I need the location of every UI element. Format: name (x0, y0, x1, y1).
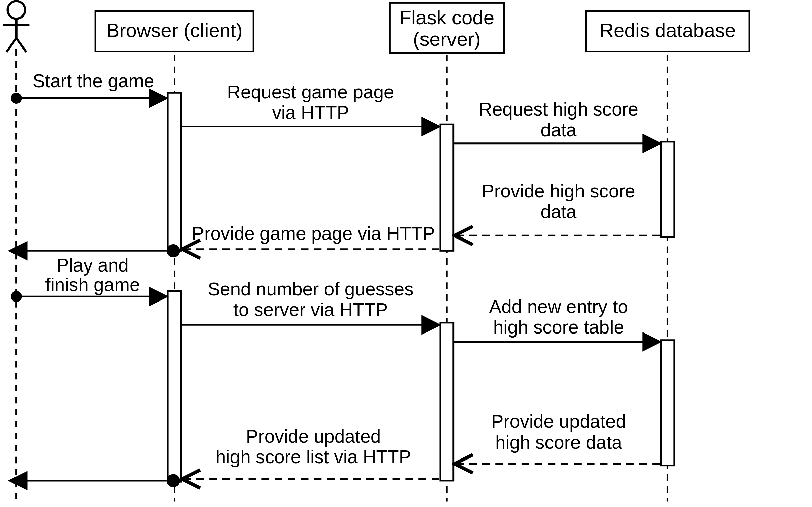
svg-line-2 (6, 38, 16, 52)
message-provide-updated-list-label-1: Provide updated (246, 426, 381, 447)
message-send-guesses-label-2: to server via HTTP (233, 299, 388, 320)
activation-redis-1 (661, 142, 674, 237)
message-provide-updated-data-label-2: high score data (495, 432, 622, 453)
activation-redis-2 (661, 340, 674, 466)
participant-flask-label-1: Flask code (400, 6, 495, 28)
return-dot-2 (167, 474, 180, 487)
svg-point-0 (8, 1, 25, 19)
message-provide-updated-list-label-2: high score list via HTTP (216, 446, 411, 467)
participant-browser-label: Browser (client) (106, 19, 242, 41)
activation-browser-1 (168, 93, 181, 251)
participant-redis: Redis database (586, 11, 749, 52)
activation-flask-1 (440, 124, 454, 251)
message-request-page-label-2: via HTTP (272, 102, 349, 123)
message-provide-updated-data-label-1: Provide updated (491, 411, 626, 432)
message-provide-score-label-2: data (540, 201, 576, 222)
svg-line-3 (17, 38, 26, 52)
participant-flask: Flask code (server) (389, 3, 504, 53)
message-provide-page-label: Provide game page via HTTP (192, 223, 435, 244)
message-start-game-label: Start the game (33, 70, 154, 91)
message-request-page-label-1: Request game page (227, 82, 394, 102)
activation-browser-2 (168, 291, 181, 482)
message-provide-score-label-1: Provide high score (482, 181, 635, 201)
message-add-entry-label-2: high score table (493, 317, 624, 338)
message-play-finish-label-1: Play and (57, 255, 129, 276)
activation-flask-2 (440, 323, 454, 481)
message-add-entry-label-1: Add new entry to (489, 296, 628, 317)
actor-icon (3, 1, 30, 52)
participant-redis-label: Redis database (599, 19, 736, 41)
message-request-score-label-2: data (540, 120, 576, 140)
return-dot-1 (167, 244, 180, 257)
message-play-finish-label-2: finish game (45, 274, 140, 295)
participant-flask-label-2: (server) (413, 28, 481, 50)
message-request-score-label-1: Request high score (479, 99, 638, 120)
sequence-diagram: Browser (client) Flask code (server) Red… (0, 0, 812, 507)
message-send-guesses-label-1: Send number of guesses (208, 279, 413, 299)
participant-browser: Browser (client) (95, 11, 253, 52)
